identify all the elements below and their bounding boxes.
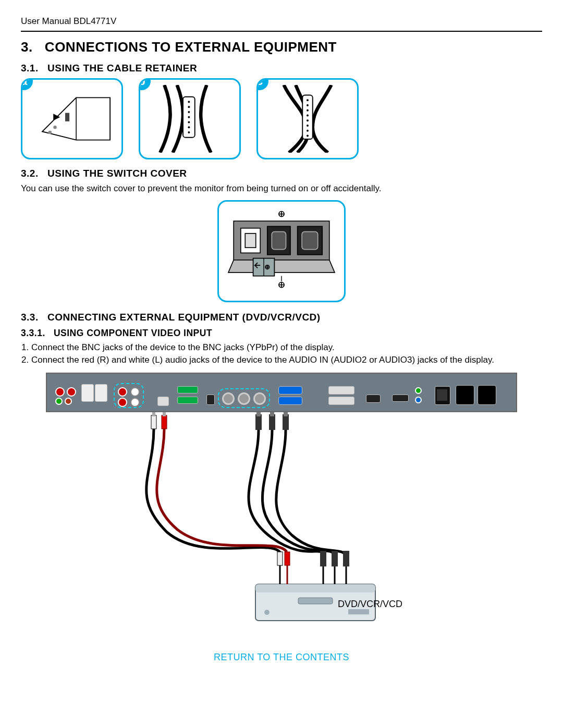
svg-rect-51: [283, 414, 289, 430]
audio-in-highlight: [114, 383, 144, 408]
section-3-1-title: USING THE CABLE RETAINER: [47, 63, 197, 73]
svg-rect-47: [255, 414, 262, 430]
diagram-b-illustration: [145, 85, 234, 153]
svg-point-22: [307, 134, 309, 137]
svg-rect-3: [65, 113, 69, 121]
svg-rect-49: [269, 414, 275, 430]
diagram-a: a: [21, 78, 123, 159]
svg-rect-14: [302, 95, 313, 139]
return-to-contents-link[interactable]: RETURN TO THE CONTENTS: [21, 651, 542, 663]
svg-rect-48: [256, 412, 261, 416]
return-to-contents-text[interactable]: RETURN TO THE CONTENTS: [214, 652, 349, 662]
wiring-diagram: DVD/VCR/VCD: [46, 412, 517, 636]
svg-point-16: [307, 104, 309, 106]
svg-point-5: [48, 130, 52, 134]
section-3-2-title: USING THE SWITCH COVER: [47, 168, 187, 179]
svg-point-17: [307, 109, 309, 111]
svg-point-20: [307, 125, 309, 127]
section-3-3-1-heading: 3.3.1. USING COMPONENT VIDEO INPUT: [21, 327, 542, 340]
svg-rect-30: [272, 232, 286, 250]
svg-rect-28: [245, 233, 255, 248]
svg-rect-50: [270, 412, 274, 416]
section-3-3-heading: 3.3. CONNECTING EXTERNAL EQUIPMENT (DVD/…: [21, 311, 542, 324]
diagram-c-illustration: [263, 85, 352, 153]
section-3-1-heading: 3.1. USING THE CABLE RETAINER: [21, 61, 542, 75]
svg-rect-43: [151, 415, 156, 429]
diagram-c: c: [256, 78, 359, 159]
svg-point-13: [188, 131, 190, 133]
svg-point-10: [188, 116, 190, 118]
svg-rect-44: [152, 412, 155, 416]
bnc-highlight: [218, 388, 270, 408]
svg-point-11: [188, 121, 190, 123]
svg-point-9: [188, 111, 190, 113]
wiring-illustration: [99, 412, 464, 636]
section-3-heading: 3. CONNECTIONS TO EXTERNAL EQUIPMENT: [21, 38, 542, 56]
step-1: Connect the BNC jacks of the device to t…: [31, 342, 542, 354]
page-header: User Manual BDL4771V: [21, 16, 542, 32]
section-3-2-heading: 3.2. USING THE SWITCH COVER: [21, 167, 542, 180]
section-3-1-num: 3.1.: [21, 63, 39, 73]
svg-rect-45: [162, 415, 167, 429]
svg-point-7: [188, 101, 190, 103]
svg-point-4: [53, 126, 57, 129]
device-label: DVD/VCR/VCD: [338, 598, 402, 610]
section-3-3-1-steps: Connect the BNC jacks of the device to t…: [21, 342, 542, 367]
section-3-2-num: 3.2.: [21, 168, 39, 179]
section-3-3-1-title: USING COMPONENT VIDEO INPUT: [54, 328, 212, 338]
svg-rect-54: [285, 552, 290, 565]
svg-point-12: [188, 126, 190, 128]
svg-rect-32: [302, 232, 318, 250]
rear-panel-diagram: [46, 373, 517, 412]
svg-rect-52: [284, 412, 288, 416]
svg-rect-60: [298, 598, 333, 604]
section-3-3-num: 3.3.: [21, 312, 39, 323]
section-3-3-title: CONNECTING EXTERNAL EQUIPMENT (DVD/VCR/V…: [47, 312, 321, 323]
svg-rect-53: [277, 552, 283, 565]
svg-point-19: [307, 119, 309, 121]
diagram-b: b: [139, 78, 241, 159]
section-3-2-body: You can use the switch cover to prevent …: [21, 183, 542, 195]
svg-point-21: [307, 129, 309, 131]
svg-point-61: [264, 610, 270, 615]
switch-cover-illustration: [224, 207, 339, 295]
step-2: Connect the red (R) and white (L) audio …: [31, 354, 542, 366]
doc-title: User Manual BDL4771V: [21, 16, 116, 26]
svg-point-18: [307, 114, 309, 116]
svg-rect-55: [320, 551, 326, 566]
section-3-title: CONNECTIONS TO EXTERNAL EQUIPMENT: [45, 39, 337, 55]
svg-marker-33: [228, 260, 335, 273]
section-3-3-1-num: 3.3.1.: [21, 328, 45, 338]
svg-rect-59: [255, 584, 375, 593]
diagram-a-illustration: [28, 85, 116, 153]
svg-rect-57: [343, 551, 349, 566]
svg-rect-56: [332, 551, 338, 566]
svg-point-8: [188, 106, 190, 108]
cable-retainer-diagrams: a b c: [21, 78, 542, 159]
svg-point-15: [307, 99, 309, 101]
svg-rect-46: [163, 412, 166, 416]
switch-cover-diagram: [217, 200, 346, 302]
section-3-num: 3.: [21, 39, 33, 55]
